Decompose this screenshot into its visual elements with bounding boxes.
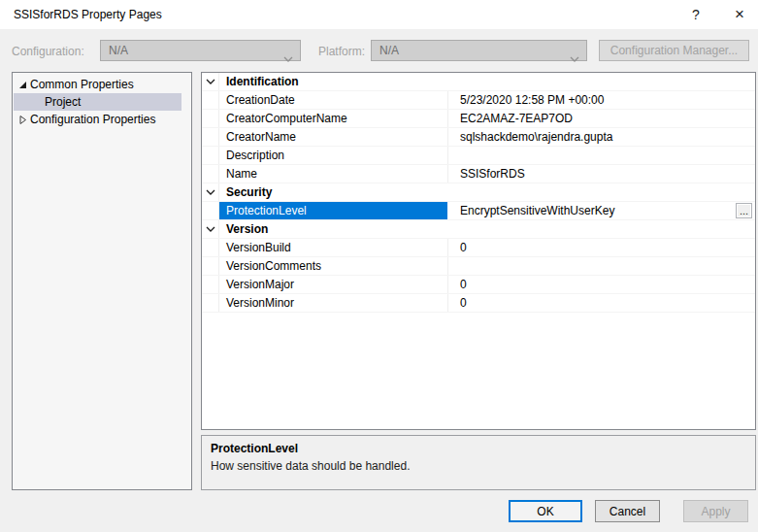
chevron-down-icon	[283, 49, 293, 68]
property-row-versionmajor[interactable]: VersionMajor0	[202, 276, 755, 294]
property-name[interactable]: Description	[219, 147, 448, 164]
property-value[interactable]: EC2AMAZ-7EAP7OD	[448, 110, 755, 127]
property-row-creationdate[interactable]: CreationDate5/23/2020 12:58 PM +00:00	[202, 91, 755, 110]
property-value[interactable]	[448, 147, 755, 164]
row-gutter	[202, 165, 219, 183]
property-row-protectionlevel[interactable]: ProtectionLevelEncryptSensitiveWithUserK…	[202, 202, 755, 220]
category-collapse-chevron-icon[interactable]	[202, 183, 219, 201]
property-name[interactable]: VersionMinor	[219, 294, 448, 312]
tree-item-label: Configuration Properties	[30, 113, 155, 126]
row-gutter	[202, 128, 219, 146]
configuration-dropdown: N/A	[100, 40, 301, 61]
property-value-text: SSISforRDS	[460, 167, 525, 181]
row-gutter	[202, 257, 219, 275]
property-row-versionbuild[interactable]: VersionBuild0	[202, 239, 755, 257]
category-row-identification[interactable]: Identification	[202, 73, 755, 91]
description-title: ProtectionLevel	[211, 442, 746, 455]
property-value-text: 0	[460, 278, 467, 291]
property-row-description[interactable]: Description	[202, 147, 755, 165]
property-row-versioncomments[interactable]: VersionComments	[202, 257, 755, 276]
tree-item-common-properties[interactable]: Common Properties	[14, 76, 191, 93]
row-gutter	[202, 276, 219, 293]
help-button[interactable]: ?	[680, 0, 711, 28]
category-collapse-chevron-icon[interactable]	[202, 220, 219, 238]
close-button[interactable]: ×	[724, 0, 755, 28]
property-value-text: 0	[460, 296, 467, 310]
property-value[interactable]: 5/23/2020 12:58 PM +00:00	[448, 91, 755, 109]
category-label: Identification	[219, 73, 755, 90]
property-value-text: EncryptSensitiveWithUserKey	[460, 204, 614, 217]
title-bar: SSISforRDS Property Pages ? ×	[0, 0, 758, 29]
row-gutter	[202, 239, 219, 256]
property-row-creatorname[interactable]: CreatorNamesqlshackdemo\rajendra.gupta	[202, 128, 755, 147]
tree-item-project[interactable]: Project	[14, 93, 181, 111]
property-name[interactable]: CreatorName	[219, 128, 448, 146]
tree-collapsed-arrow-icon[interactable]	[16, 116, 28, 124]
property-value-text: 5/23/2020 12:58 PM +00:00	[460, 93, 604, 107]
platform-dropdown-value: N/A	[379, 44, 399, 57]
property-name[interactable]: VersionMajor	[219, 276, 448, 293]
cancel-button[interactable]: Cancel	[595, 500, 660, 522]
property-name[interactable]: VersionComments	[219, 257, 448, 275]
property-grid: IdentificationCreationDate5/23/2020 12:5…	[201, 72, 756, 430]
property-value[interactable]: EncryptSensitiveWithUserKey...	[448, 202, 755, 219]
tree-item-label: Common Properties	[30, 78, 134, 91]
category-label: Security	[219, 183, 755, 201]
tree-item-label: Project	[45, 95, 81, 109]
property-name[interactable]: ProtectionLevel	[219, 202, 448, 219]
property-name[interactable]: VersionBuild	[219, 239, 448, 256]
row-gutter	[202, 202, 219, 219]
property-value[interactable]	[448, 257, 755, 275]
property-row-creatorcomputername[interactable]: CreatorComputerNameEC2AMAZ-7EAP7OD	[202, 110, 755, 128]
category-row-version[interactable]: Version	[202, 220, 755, 239]
property-value-text: sqlshackdemo\rajendra.gupta	[460, 130, 612, 144]
property-row-versionminor[interactable]: VersionMinor0	[202, 294, 755, 313]
configuration-label: Configuration:	[12, 45, 84, 58]
help-icon: ?	[692, 7, 700, 22]
property-row-name[interactable]: NameSSISforRDS	[202, 165, 755, 183]
tree-expanded-arrow-icon[interactable]	[16, 81, 28, 89]
apply-button: Apply	[683, 500, 748, 522]
configuration-manager-button: Configuration Manager...	[599, 40, 749, 61]
property-name[interactable]: CreatorComputerName	[219, 110, 448, 127]
row-gutter	[202, 91, 219, 109]
property-value[interactable]: SSISforRDS	[448, 165, 755, 183]
chevron-down-icon	[570, 49, 579, 68]
platform-dropdown: N/A	[371, 40, 587, 61]
property-value-text: 0	[460, 241, 467, 254]
property-value[interactable]: 0	[448, 239, 755, 256]
property-value[interactable]: 0	[448, 276, 755, 293]
ok-button[interactable]: OK	[509, 500, 582, 522]
row-gutter	[202, 110, 219, 127]
configuration-dropdown-value: N/A	[109, 44, 128, 57]
description-panel: ProtectionLevel How sensitive data shoul…	[201, 435, 756, 490]
close-icon: ×	[735, 5, 744, 23]
property-pages-dialog: SSISforRDS Property Pages ? × Configurat…	[0, 0, 758, 532]
property-value-text: EC2AMAZ-7EAP7OD	[460, 112, 573, 125]
category-collapse-chevron-icon[interactable]	[202, 73, 219, 90]
tree-panel: Common PropertiesProjectConfiguration Pr…	[12, 72, 192, 490]
property-value[interactable]: sqlshackdemo\rajendra.gupta	[448, 128, 755, 146]
row-gutter	[202, 147, 219, 164]
row-gutter	[202, 294, 219, 312]
category-row-security[interactable]: Security	[202, 183, 755, 202]
property-value[interactable]: 0	[448, 294, 755, 312]
platform-label: Platform:	[318, 45, 365, 58]
window-title: SSISforRDS Property Pages	[14, 8, 162, 21]
property-name[interactable]: CreationDate	[219, 91, 448, 109]
tree-item-configuration-properties[interactable]: Configuration Properties	[14, 111, 191, 128]
property-name[interactable]: Name	[219, 165, 448, 183]
description-text: How sensitive data should be handled.	[211, 459, 746, 473]
category-label: Version	[219, 220, 755, 238]
ellipsis-browse-button[interactable]: ...	[736, 203, 752, 218]
